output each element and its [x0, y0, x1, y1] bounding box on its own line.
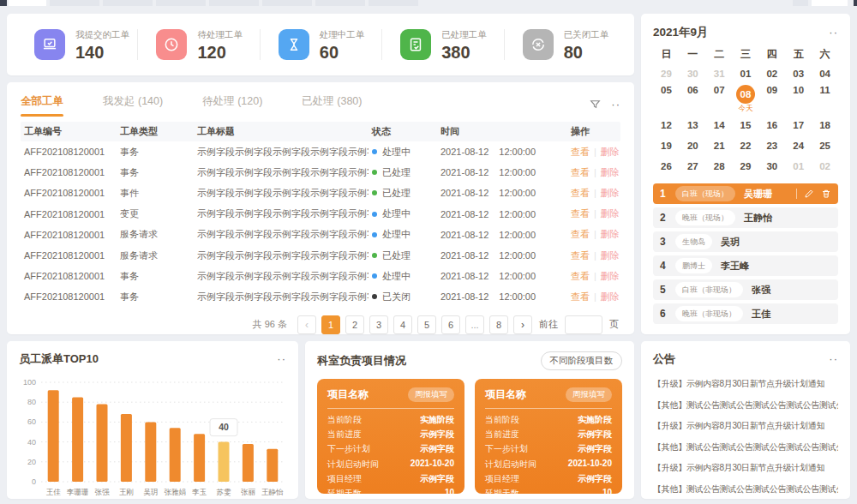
calendar-day[interactable]: 29 — [653, 63, 680, 84]
calendar-day[interactable]: 25 — [812, 135, 838, 156]
stage-count-button[interactable]: 不同阶段项目数 — [541, 351, 623, 370]
calendar-day[interactable]: 20 — [680, 135, 706, 156]
weekly-report-button[interactable]: 周报填写 — [408, 387, 454, 402]
tab-order[interactable]: 已处理 (380) — [302, 94, 362, 117]
notice-link[interactable]: 【其他】测试公告测试公告测试公告测试公告测试公告 — [653, 437, 838, 459]
view-link[interactable]: 查看 — [571, 291, 590, 302]
delete-link[interactable]: 删除 — [601, 271, 620, 281]
delete-link[interactable]: 删除 — [601, 208, 620, 219]
calendar-day[interactable]: 09 — [758, 84, 785, 115]
page-button[interactable]: 3 — [369, 315, 388, 334]
top-tab[interactable] — [369, 0, 418, 6]
page-button[interactable]: 1 — [321, 315, 340, 334]
notice-link[interactable]: 【升级】示例内容8月30日新节点升级计划通知 — [653, 458, 838, 479]
shift-row[interactable]: 1白班（现场）吴珊珊 — [653, 183, 838, 204]
page-button[interactable]: 8 — [489, 315, 508, 334]
calendar-day[interactable]: 28 — [706, 156, 733, 177]
page-button[interactable]: 4 — [393, 315, 412, 334]
pencil-icon[interactable] — [804, 189, 814, 199]
top-tab[interactable] — [793, 0, 808, 6]
orders-more-icon[interactable]: ·· — [611, 102, 620, 107]
view-link[interactable]: 查看 — [571, 271, 590, 281]
page-button[interactable]: 2 — [345, 315, 364, 334]
delete-link[interactable]: 删除 — [601, 167, 620, 177]
view-link[interactable]: 查看 — [571, 167, 590, 177]
calendar-day[interactable]: 23 — [758, 135, 785, 156]
tab-active[interactable]: 全部工单 — [21, 94, 63, 117]
view-link[interactable]: 查看 — [571, 250, 590, 261]
calendar-day[interactable]: 17 — [785, 115, 812, 135]
shift-row[interactable]: 2晚班（现场）王静怡 — [653, 207, 838, 228]
weekly-report-button[interactable]: 周报填写 — [566, 387, 612, 402]
calendar-day[interactable]: 11 — [812, 84, 838, 115]
calendar-more-icon[interactable]: ·· — [829, 29, 838, 36]
calendar-day[interactable]: 16 — [758, 115, 785, 135]
view-link[interactable]: 查看 — [571, 229, 590, 239]
top-tab[interactable] — [156, 0, 206, 6]
calendar-day[interactable]: 27 — [680, 156, 706, 177]
goto-page-input[interactable] — [565, 315, 602, 334]
shift-row[interactable]: 4鹏博士李王峰 — [653, 255, 838, 276]
shift-row[interactable]: 3生物岛吴玥 — [653, 231, 838, 252]
calendar-day[interactable]: 12 — [653, 115, 680, 135]
calendar-day[interactable]: 01 — [785, 156, 812, 177]
notice-link[interactable]: 【升级】示例内容8月30日新节点升级计划通知 — [653, 374, 838, 395]
calendar-day[interactable]: 21 — [706, 135, 733, 156]
top-tab[interactable] — [812, 0, 848, 6]
calendar-day[interactable]: 02 — [812, 156, 838, 177]
delete-link[interactable]: 删除 — [601, 147, 620, 157]
next-page-button[interactable]: › — [513, 315, 532, 334]
filter-funnel-icon[interactable] — [590, 99, 601, 110]
view-link[interactable]: 查看 — [571, 188, 590, 198]
tab-order[interactable]: 我发起 (140) — [103, 94, 163, 117]
calendar-day[interactable]: 10 — [785, 84, 812, 115]
page-button[interactable]: 6 — [441, 315, 460, 334]
view-link[interactable]: 查看 — [571, 208, 590, 219]
calendar-day[interactable]: 15 — [733, 115, 759, 135]
prev-page-button[interactable]: ‹ — [297, 315, 316, 334]
calendar-day[interactable]: 03 — [785, 63, 812, 84]
page-button[interactable]: 5 — [417, 315, 436, 334]
delete-link[interactable]: 删除 — [601, 250, 620, 261]
top-tab[interactable] — [50, 0, 99, 6]
calendar-day[interactable]: 26 — [653, 156, 680, 177]
calendar-day[interactable]: 30 — [758, 156, 785, 177]
calendar-day-today[interactable]: 08今天 — [733, 84, 759, 115]
calendar-day[interactable]: 04 — [812, 63, 838, 84]
notice-link[interactable]: 【其他】测试公告测试公告测试公告测试公告测试公告 — [653, 395, 838, 417]
calendar-day[interactable]: 31 — [706, 63, 733, 84]
shift-row[interactable]: 5白班（非现场）张强 — [653, 279, 838, 300]
top-tab[interactable] — [0, 0, 7, 6]
trash-icon[interactable] — [821, 189, 831, 199]
calendar-day[interactable]: 29 — [733, 156, 759, 177]
top-tab[interactable] — [854, 0, 857, 6]
view-link[interactable]: 查看 — [571, 147, 590, 157]
page-ellipsis[interactable]: ... — [465, 315, 484, 334]
delete-link[interactable]: 删除 — [601, 291, 620, 302]
top-tab[interactable] — [315, 0, 365, 6]
calendar-day[interactable]: 18 — [812, 115, 838, 135]
calendar-day[interactable]: 14 — [706, 115, 733, 135]
calendar-day[interactable]: 07 — [706, 84, 733, 115]
calendar-day[interactable]: 22 — [733, 135, 759, 156]
top-tab[interactable] — [103, 0, 153, 6]
calendar-day[interactable]: 06 — [680, 84, 706, 115]
top-tab[interactable] — [9, 0, 46, 6]
delete-link[interactable]: 删除 — [601, 188, 620, 198]
top-tab[interactable] — [209, 0, 259, 6]
calendar-day[interactable]: 02 — [758, 63, 785, 84]
top-tab[interactable] — [262, 0, 312, 6]
notice-link[interactable]: 【其他】测试公告测试公告测试公告测试公告测试公告 — [653, 479, 838, 501]
shift-row[interactable]: 6晚班（非现场）王佳 — [653, 303, 838, 324]
tab-order[interactable]: 待处理 (120) — [202, 94, 262, 117]
calendar-day[interactable]: 30 — [680, 63, 706, 84]
calendar-day[interactable]: 19 — [653, 135, 680, 156]
chart-more-icon[interactable]: ·· — [277, 356, 286, 363]
calendar-day[interactable]: 01 — [733, 63, 759, 84]
delete-link[interactable]: 删除 — [601, 229, 620, 239]
notice-link[interactable]: 【升级】示例内容8月30日新节点升级计划通知 — [653, 416, 838, 437]
calendar-day[interactable]: 13 — [680, 115, 706, 135]
calendar-day[interactable]: 05 — [653, 84, 680, 115]
notices-more-icon[interactable]: ·· — [829, 356, 838, 363]
calendar-day[interactable]: 24 — [785, 135, 812, 156]
